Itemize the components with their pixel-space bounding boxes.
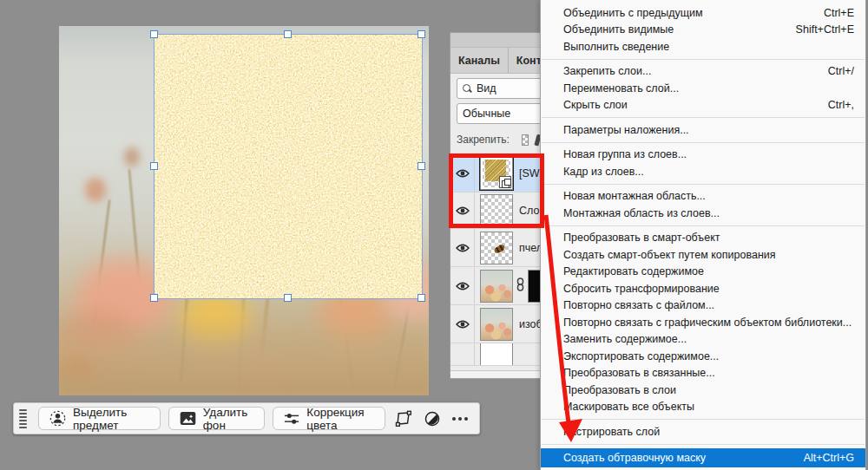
menu-item[interactable]: Выполнить сведение [541,38,865,55]
blend-mode-select[interactable]: Обычные [457,103,545,124]
menu-separator [542,142,865,143]
menu-item-label: Переименовать слой... [563,82,679,95]
annotation-highlight-rect [449,153,544,228]
search-icon [463,84,472,94]
menu-separator [542,184,865,185]
menu-item-label: Параметры наложения... [563,124,689,136]
transform-handle-top-right[interactable] [418,30,425,38]
glitter-layer-object[interactable] [155,35,422,298]
panel-tabs: Каналы Конту [450,48,545,74]
menu-item-shortcut: Shift+Ctrl+E [796,23,854,36]
annotation-arrow [534,208,595,451]
eye-toggle-icon[interactable] [450,343,475,365]
transform-handle-mid-right[interactable] [418,162,425,170]
select-subject-button[interactable]: Выделить предмет [38,407,161,430]
menu-item-label: Повторно связать с графическим объектом … [563,317,852,329]
menu-item-label: Новая группа из слоев... [563,148,687,160]
menu-item[interactable]: Закрепить слои...Ctrl+/ [541,63,865,81]
eye-toggle-icon[interactable] [450,267,475,304]
select-subject-icon [49,410,66,427]
layer-filter-search[interactable]: Вид [457,78,545,99]
lock-row: Закрепить: [457,129,540,150]
lock-transparency-icon[interactable] [522,134,529,146]
menu-item[interactable]: Новая монтажная область... [541,188,865,206]
remove-background-label: Удалить фон [203,406,254,432]
remove-background-icon [180,411,196,426]
photoshop-workspace: Каналы Конту Вид Обычные Закрепить: [SW.… [0,0,868,470]
menu-item-label: Выполнить сведение [563,41,669,53]
select-subject-label: Выделить предмет [73,406,149,432]
menu-item-label: Объединить с предыдущим [563,7,703,19]
panel-header [450,33,545,48]
menu-item-label: Создать смарт-объект путем копирования [563,249,776,261]
transform-icon[interactable] [393,409,414,428]
lock-label: Закрепить: [457,134,510,146]
menu-item-shortcut: Alt+Ctrl+G [804,452,854,464]
layer-thumbnail[interactable] [480,270,513,303]
flower-bud [124,147,140,166]
flower-bud [85,178,106,202]
color-adjust-label: Коррекция цвета [306,406,374,432]
mask-link-icon[interactable] [516,277,525,295]
contrast-icon[interactable] [422,411,443,427]
menu-item-label: Объединить видимые [563,23,674,36]
menu-item-label: Кадр из слоев... [563,166,644,178]
search-value: Вид [477,82,496,95]
menu-item[interactable]: Скрыть слоиCtrl+, [541,97,865,114]
layer-row[interactable]: пчела [450,229,545,267]
layer-thumbnail[interactable] [480,343,513,366]
more-icon[interactable] [450,417,470,421]
transform-handle-top-left[interactable] [150,30,158,38]
menu-separator [542,59,865,60]
grass-band [59,313,429,395]
menu-item[interactable]: Новая группа из слоев... [541,147,865,164]
transform-handle-bottom-left[interactable] [150,294,158,302]
menu-item-label: Закрепить слои... [563,65,651,77]
color-adjust-button[interactable]: Коррекция цвета [273,407,385,430]
layer-thumbnail[interactable] [480,308,513,341]
menu-item[interactable]: Переименовать слой... [541,80,865,97]
menu-item-shortcut: Ctrl+, [828,99,854,111]
remove-background-button[interactable]: Удалить фон [168,407,266,430]
transform-handle-bottom-right[interactable] [418,294,425,302]
panel-footer [450,370,545,378]
menu-separator [542,117,865,118]
taskbar-drag-handle[interactable] [19,409,27,428]
menu-item-label: Создать обтравочную маску [563,452,706,464]
contextual-task-bar: Выделить предмет Удалить фон Коррекция ц… [13,402,480,434]
eye-toggle-icon[interactable] [450,305,475,343]
blend-mode-value: Обычные [463,108,510,120]
layer-row[interactable] [450,343,545,366]
layer-row[interactable]: изобр [450,305,545,343]
transform-handle-bottom-mid[interactable] [284,294,292,302]
menu-item[interactable]: Параметры наложения... [541,121,865,139]
menu-item-shortcut: Ctrl+E [824,7,854,19]
menu-item-label: Новая монтажная область... [563,190,706,202]
menu-item-label: Скрыть слои [563,99,628,111]
layer-thumbnail[interactable] [480,232,513,264]
tab-channels[interactable]: Каналы [450,48,508,73]
menu-item[interactable]: Объединить с предыдущимCtrl+E [541,4,865,22]
layer-row[interactable] [450,267,545,305]
menu-item-shortcut: Ctrl+/ [828,65,854,77]
menu-item[interactable]: Кадр из слоев... [541,163,865,180]
menu-item[interactable]: Объединить видимыеShift+Ctrl+E [541,22,865,39]
eye-toggle-icon[interactable] [450,229,475,266]
transform-handle-top-mid[interactable] [284,30,292,38]
transform-handle-mid-left[interactable] [150,162,158,170]
color-adjust-icon [284,411,299,427]
